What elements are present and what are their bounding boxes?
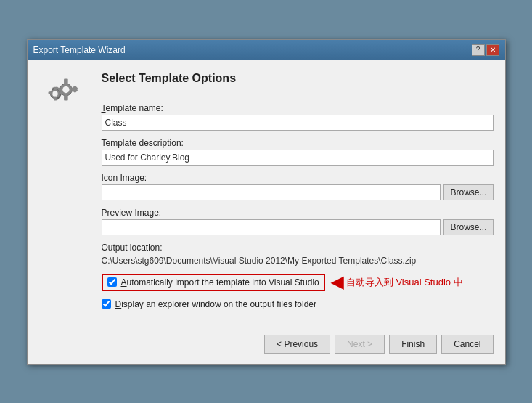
- section-title: Select Template Options: [102, 72, 494, 91]
- dialog-footer: < Previous Next > Finish Cancel: [28, 327, 505, 364]
- auto-import-highlight: Automatically import the template into V…: [102, 274, 325, 291]
- icon-image-label: Icon Image:: [102, 173, 494, 183]
- next-button[interactable]: Next >: [335, 335, 385, 354]
- svg-rect-13: [54, 96, 57, 100]
- svg-rect-14: [59, 91, 63, 94]
- close-button[interactable]: ✕: [486, 44, 499, 56]
- display-explorer-checkbox-row: Display an explorer window on the output…: [102, 299, 494, 309]
- help-button[interactable]: ?: [472, 44, 485, 56]
- title-bar: Export Template Wizard ? ✕: [28, 40, 505, 60]
- arrow-annotation: ◀ 自动导入到 Visual Studio 中: [331, 273, 463, 292]
- auto-import-annotation-row: Automatically import the template into V…: [102, 273, 494, 292]
- output-location-label: Output location:: [102, 243, 494, 253]
- icon-image-browse-button[interactable]: Browse...: [443, 184, 493, 200]
- dialog-body: Select Template Options Template name: T…: [28, 60, 505, 321]
- content-area: Select Template Options Template name: T…: [102, 72, 494, 309]
- export-template-wizard-dialog: Export Template Wizard ? ✕: [27, 39, 506, 365]
- finish-button[interactable]: Finish: [389, 335, 437, 354]
- svg-point-1: [62, 86, 69, 92]
- annotation-text: 自动导入到 Visual Studio 中: [346, 276, 463, 289]
- title-bar-buttons: ? ✕: [472, 44, 499, 56]
- red-arrow-icon: ◀: [331, 273, 343, 292]
- icon-image-row: Browse...: [102, 184, 494, 200]
- template-name-input[interactable]: [102, 115, 494, 131]
- preview-image-input[interactable]: [102, 219, 441, 235]
- svg-rect-12: [54, 86, 57, 91]
- window-title: Export Template Wizard: [33, 45, 126, 55]
- preview-image-row: Browse...: [102, 219, 494, 235]
- previous-button[interactable]: < Previous: [264, 335, 330, 354]
- preview-image-browse-button[interactable]: Browse...: [443, 219, 493, 235]
- auto-import-label[interactable]: Automatically import the template into V…: [121, 277, 319, 288]
- icon-image-input[interactable]: [102, 184, 441, 200]
- svg-rect-3: [64, 95, 68, 100]
- preview-image-label: Preview Image:: [102, 208, 494, 218]
- template-name-label: Template name:: [102, 103, 494, 113]
- template-desc-label: Template description:: [102, 138, 494, 148]
- svg-point-11: [52, 91, 57, 96]
- output-location-value: C:\Users\stg609\Documents\Visual Studio …: [102, 256, 494, 266]
- display-explorer-checkbox[interactable]: [102, 299, 111, 309]
- icon-area: [39, 72, 90, 309]
- svg-rect-2: [64, 78, 68, 84]
- template-desc-input[interactable]: [102, 150, 494, 166]
- auto-import-checkbox[interactable]: [107, 277, 117, 287]
- display-explorer-label[interactable]: Display an explorer window on the output…: [115, 299, 317, 309]
- wizard-icon: [44, 75, 85, 115]
- cancel-button[interactable]: Cancel: [441, 335, 493, 354]
- auto-import-checkbox-row: Automatically import the template into V…: [107, 277, 319, 288]
- svg-rect-15: [48, 91, 52, 94]
